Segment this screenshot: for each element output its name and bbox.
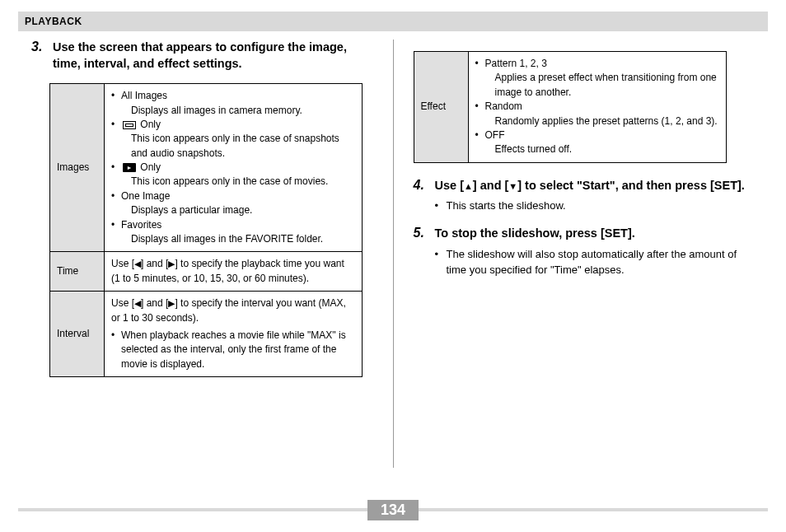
step-title: To stop the slideshow, press [SET]. [435,226,756,242]
row-label-interval: Interval [50,292,105,377]
step-4: 4. Use [▲] and [▼] to select "Start", an… [414,178,756,217]
step-3: 3. Use the screen that appears to config… [31,40,373,72]
table-row: Time Use [◀] and [▶] to specify the play… [50,252,363,292]
section-title: PLAYBACK [25,16,82,27]
row-label-images: Images [50,84,105,252]
left-arrow-icon: ◀ [134,259,141,268]
bullet-desc: Displays a particular image. [121,203,252,217]
step-title: Use the screen that appears to configure… [53,40,373,72]
step-number: 5. [414,226,428,281]
bullet-text: Pattern 1, 2, 3 [485,58,547,69]
sub-text: This starts the slideshow. [447,198,566,214]
bullet-desc: This icon appears only in the case of mo… [121,175,328,189]
step-number: 4. [414,178,428,217]
row-body-interval: Use [◀] and [▶] to specify the interval … [105,292,363,377]
text-fragment: Use [ [111,297,134,309]
left-column: 3. Use the screen that appears to config… [18,40,393,468]
page-number: 134 [367,500,419,520]
left-arrow-icon: ◀ [134,298,141,308]
footer-line [18,508,367,511]
step-number: 3. [31,40,46,72]
sub-text: The slideshow will also stop automatical… [447,247,756,278]
table-row: Images •All ImagesDisplays all images in… [50,84,363,252]
page-footer: 134 [18,499,768,520]
movie-icon: ► [123,163,136,172]
bullet-text: Random [485,100,522,112]
content-columns: 3. Use the screen that appears to config… [18,40,768,468]
settings-table-right: Effect •Pattern 1, 2, 3Applies a preset … [414,51,727,163]
row-body-time: Use [◀] and [▶] to specify the playback … [105,252,363,292]
bullet-text: One Image [121,190,170,202]
text-fragment: ] and [ [473,179,509,192]
table-row: Interval Use [◀] and [▶] to specify the … [50,292,363,377]
bullet-text: Favorites [121,219,161,231]
bullet-desc: Randomly applies the preset patterns (1,… [485,114,718,128]
text-fragment: Use [ [111,258,134,269]
bullet-desc: Effects turned off. [485,142,573,156]
row-label-effect: Effect [414,52,468,163]
footer-line [419,508,768,511]
step-5: 5. To stop the slideshow, press [SET]. •… [414,226,756,281]
bullet-desc: Applies a preset effect when transitioni… [485,71,719,100]
up-arrow-icon: ▲ [464,181,473,191]
bullet-desc: Displays all images in camera memory. [121,104,302,118]
section-header: PLAYBACK [18,12,768,31]
bullet-text: Only [138,119,161,130]
text-fragment: ] and [ [141,297,168,309]
table-row: Effect •Pattern 1, 2, 3Applies a preset … [414,52,726,163]
bullet-text: When playback reaches a movie file while… [121,329,355,371]
bullet-text: Only [138,161,161,173]
right-column: Effect •Pattern 1, 2, 3Applies a preset … [394,40,769,468]
row-body-images: •All ImagesDisplays all images in camera… [105,84,363,252]
row-label-time: Time [50,252,105,292]
bullet-desc: Displays all images in the FAVORITE fold… [121,232,323,246]
row-body-effect: •Pattern 1, 2, 3Applies a preset effect … [468,52,726,163]
snapshot-icon [123,121,136,129]
bullet-text: All Images [121,90,167,101]
bullet-text: OFF [485,129,505,141]
text-fragment: ] to select "Start", and then press [SET… [517,179,745,192]
bullet-desc: This icon appears only in the case of sn… [121,132,355,161]
text-fragment: ] and [ [141,258,168,269]
step-title: Use [▲] and [▼] to select "Start", and t… [435,178,756,194]
settings-table-left: Images •All ImagesDisplays all images in… [49,83,363,377]
down-arrow-icon: ▼ [508,181,517,191]
text-fragment: Use [ [435,179,464,192]
